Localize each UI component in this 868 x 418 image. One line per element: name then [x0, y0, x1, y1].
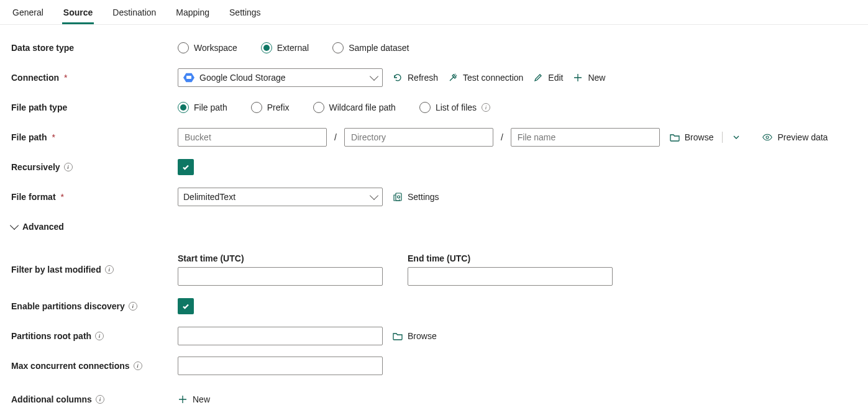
enable-partitions-checkbox[interactable] — [178, 298, 194, 314]
info-icon[interactable] — [482, 103, 490, 112]
svg-rect-1 — [396, 193, 401, 201]
partitions-browse-button[interactable]: Browse — [393, 331, 437, 341]
edit-button[interactable]: Edit — [533, 73, 563, 83]
label-file-path: File path* — [11, 132, 178, 142]
refresh-button[interactable]: Refresh — [393, 73, 438, 83]
info-icon[interactable] — [95, 332, 104, 340]
info-icon[interactable] — [64, 163, 73, 171]
new-connection-button[interactable]: New — [573, 73, 605, 83]
tab-source[interactable]: Source — [62, 2, 94, 24]
preview-data-button[interactable]: Preview data — [762, 132, 828, 142]
end-time-input[interactable] — [408, 267, 613, 286]
path-separator: / — [500, 132, 505, 142]
start-time-input[interactable] — [178, 267, 383, 286]
label-end-time: End time (UTC) — [408, 253, 613, 263]
browse-menu-button[interactable] — [731, 132, 741, 142]
svg-point-0 — [766, 136, 769, 139]
chevron-down-icon — [370, 191, 378, 200]
radio-sample-dataset[interactable]: Sample dataset — [332, 42, 409, 53]
browse-button[interactable]: Browse — [670, 132, 714, 142]
label-file-path-type: File path type — [11, 102, 178, 112]
connection-select[interactable]: Google Cloud Storage — [178, 68, 383, 87]
label-recursively: Recursively — [11, 162, 178, 172]
svg-point-2 — [398, 196, 400, 198]
chevron-down-icon — [370, 72, 378, 81]
info-icon[interactable] — [96, 395, 104, 404]
info-icon[interactable] — [134, 361, 142, 370]
tab-bar: General Source Destination Mapping Setti… — [0, 0, 868, 25]
recursively-checkbox[interactable] — [178, 159, 194, 175]
radio-file-path[interactable]: File path — [178, 102, 227, 113]
label-data-store-type: Data store type — [11, 43, 178, 53]
label-partitions-root-path: Partitions root path — [11, 331, 178, 341]
label-additional-columns: Additional columns — [11, 394, 178, 404]
radio-list-of-files[interactable]: List of files — [419, 102, 490, 113]
tab-mapping[interactable]: Mapping — [175, 2, 211, 24]
radio-prefix[interactable]: Prefix — [251, 102, 290, 113]
new-column-button[interactable]: New — [178, 394, 210, 404]
label-start-time: Start time (UTC) — [178, 253, 383, 263]
label-connection: Connection* — [11, 73, 178, 83]
label-max-concurrent-connections: Max concurrent connections — [11, 361, 178, 371]
test-connection-button[interactable]: Test connection — [448, 73, 523, 83]
tab-general[interactable]: General — [11, 2, 45, 24]
label-enable-partitions-discovery: Enable partitions discovery — [11, 301, 178, 311]
label-filter-by-last-modified: Filter by last modified — [11, 265, 178, 275]
file-format-settings-button[interactable]: Settings — [393, 192, 439, 202]
separator — [722, 132, 723, 143]
info-icon[interactable] — [129, 302, 137, 311]
info-icon[interactable] — [105, 265, 114, 274]
radio-external[interactable]: External — [261, 42, 309, 53]
file-format-select[interactable]: DelimitedText — [178, 188, 383, 206]
radio-wildcard[interactable]: Wildcard file path — [313, 102, 396, 113]
file-name-input[interactable] — [511, 128, 660, 147]
tab-destination[interactable]: Destination — [111, 2, 157, 24]
max-concurrent-input[interactable] — [178, 357, 383, 375]
label-file-format: File format* — [11, 192, 178, 202]
google-cloud-storage-icon — [183, 72, 194, 83]
radio-workspace[interactable]: Workspace — [178, 42, 237, 53]
directory-input[interactable] — [344, 128, 493, 147]
bucket-input[interactable] — [178, 128, 327, 147]
advanced-toggle[interactable]: Advanced — [11, 222, 64, 232]
partitions-root-path-input[interactable] — [178, 327, 383, 345]
path-separator: / — [333, 132, 338, 142]
tab-settings[interactable]: Settings — [228, 2, 262, 24]
chevron-down-icon — [10, 221, 19, 230]
